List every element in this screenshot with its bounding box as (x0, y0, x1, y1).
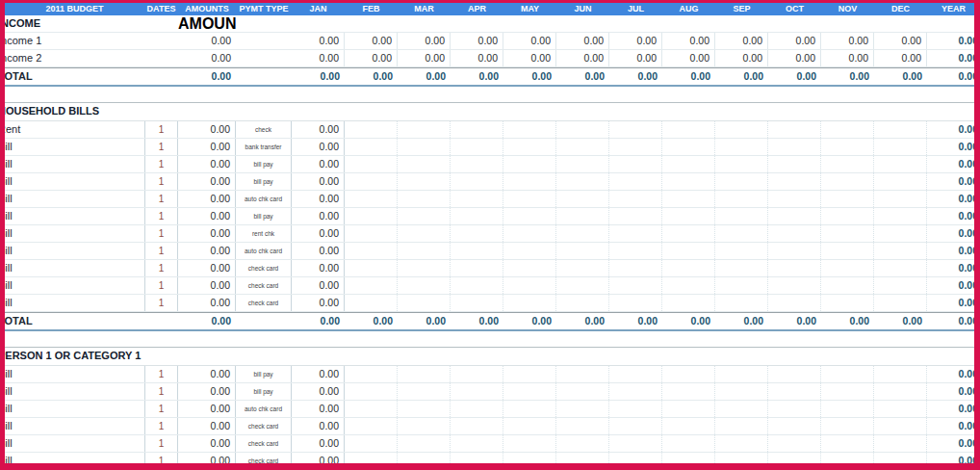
month-cell[interactable] (398, 191, 451, 207)
empty-cell[interactable] (768, 15, 821, 32)
empty-cell[interactable] (398, 15, 451, 32)
month-cell[interactable] (451, 139, 503, 155)
month-jan-cell[interactable]: 0.00 (292, 121, 345, 138)
header-month-aug[interactable]: AUG (662, 3, 715, 15)
month-cell[interactable] (503, 418, 556, 434)
month-cell[interactable] (662, 243, 715, 259)
month-cell[interactable] (874, 225, 927, 242)
month-cell[interactable] (451, 418, 503, 434)
year-cell[interactable]: 0.00 (927, 383, 980, 400)
month-cell[interactable] (821, 121, 874, 138)
bill-label[interactable]: Bill (5, 435, 144, 452)
month-cell[interactable] (345, 277, 398, 294)
empty-cell[interactable] (715, 15, 768, 32)
total-month-cell[interactable]: 0.00 (768, 68, 821, 85)
amount-cell[interactable]: 0.00 (178, 50, 236, 66)
empty-cell[interactable] (927, 15, 980, 32)
month-cell[interactable] (874, 401, 927, 417)
dates-cell[interactable]: 1 (144, 156, 178, 172)
month-cell[interactable] (715, 453, 768, 469)
dates-cell[interactable]: 1 (144, 435, 178, 452)
month-cell[interactable] (503, 453, 556, 469)
empty-cell[interactable] (144, 313, 178, 329)
month-cell[interactable] (662, 121, 715, 138)
month-cell[interactable]: 0.00 (451, 33, 503, 49)
pymt-type-cell[interactable]: check card (236, 418, 292, 434)
month-cell[interactable] (345, 139, 398, 155)
dates-cell[interactable] (144, 33, 178, 49)
month-cell[interactable] (556, 401, 609, 417)
year-cell[interactable]: 0.00 (927, 366, 980, 382)
month-cell[interactable] (345, 225, 398, 242)
month-cell[interactable] (398, 208, 451, 224)
month-cell[interactable] (874, 156, 927, 172)
month-cell[interactable] (345, 366, 398, 382)
month-cell[interactable] (874, 260, 927, 276)
total-year-cell[interactable]: 0.00 (927, 313, 980, 329)
total-month-cell[interactable]: 0.00 (451, 68, 503, 85)
header-month-may[interactable]: MAY (503, 3, 556, 15)
month-cell[interactable] (715, 173, 768, 190)
year-cell[interactable]: 0.00 (927, 260, 980, 276)
month-jan-cell[interactable]: 0.00 (292, 208, 345, 224)
month-cell[interactable] (503, 435, 556, 452)
pymt-type-cell[interactable]: bill pay (236, 383, 292, 400)
month-cell[interactable] (556, 191, 609, 207)
total-month-cell[interactable]: 0.00 (768, 313, 821, 329)
month-cell[interactable] (556, 156, 609, 172)
dates-cell[interactable]: 1 (144, 243, 178, 259)
month-cell[interactable] (503, 225, 556, 242)
month-jan-cell[interactable]: 0.00 (292, 383, 345, 400)
month-cell[interactable]: 0.00 (768, 50, 821, 66)
month-cell[interactable] (556, 173, 609, 190)
month-cell[interactable] (768, 435, 821, 452)
month-cell[interactable] (768, 121, 821, 138)
bill-label[interactable]: Bill (5, 366, 144, 382)
month-cell[interactable] (768, 418, 821, 434)
month-cell[interactable] (398, 139, 451, 155)
month-cell[interactable] (609, 121, 662, 138)
month-cell[interactable] (662, 225, 715, 242)
month-cell[interactable] (715, 191, 768, 207)
month-cell[interactable] (503, 191, 556, 207)
month-cell[interactable] (662, 418, 715, 434)
month-cell[interactable] (821, 243, 874, 259)
month-cell[interactable] (345, 435, 398, 452)
empty-cell[interactable] (662, 15, 715, 32)
month-cell[interactable] (768, 260, 821, 276)
month-cell[interactable] (556, 225, 609, 242)
month-cell[interactable]: 0.00 (556, 33, 609, 49)
month-cell[interactable] (345, 383, 398, 400)
header-month-sep[interactable]: SEP (715, 3, 768, 15)
total-month-cell[interactable]: 0.00 (503, 313, 556, 329)
header-month-mar[interactable]: MAR (398, 3, 451, 15)
amount-cell[interactable]: 0.00 (178, 277, 236, 294)
month-cell[interactable] (821, 156, 874, 172)
total-month-cell[interactable]: 0.00 (398, 313, 451, 329)
amount-cell[interactable]: 0.00 (178, 453, 236, 469)
month-cell[interactable]: 0.00 (292, 33, 345, 49)
total-month-cell[interactable]: 0.00 (662, 313, 715, 329)
month-cell[interactable] (715, 243, 768, 259)
month-cell[interactable] (768, 225, 821, 242)
month-cell[interactable] (768, 243, 821, 259)
month-cell[interactable] (609, 383, 662, 400)
month-cell[interactable] (715, 260, 768, 276)
month-cell[interactable] (662, 453, 715, 469)
dates-cell[interactable]: 1 (144, 139, 178, 155)
month-cell[interactable] (715, 225, 768, 242)
year-cell[interactable]: 0.00 (927, 121, 980, 138)
empty-cell[interactable] (236, 68, 292, 85)
month-cell[interactable] (609, 225, 662, 242)
year-cell[interactable]: 0.00 (927, 139, 980, 155)
month-cell[interactable] (609, 453, 662, 469)
header-year[interactable]: YEAR (927, 3, 980, 15)
month-cell[interactable] (821, 173, 874, 190)
month-cell[interactable] (715, 277, 768, 294)
month-cell[interactable] (715, 295, 768, 311)
month-cell[interactable]: 0.00 (503, 33, 556, 49)
dates-cell[interactable] (144, 50, 178, 66)
month-cell[interactable]: 0.00 (874, 50, 927, 66)
month-cell[interactable] (451, 121, 503, 138)
month-cell[interactable] (768, 366, 821, 382)
